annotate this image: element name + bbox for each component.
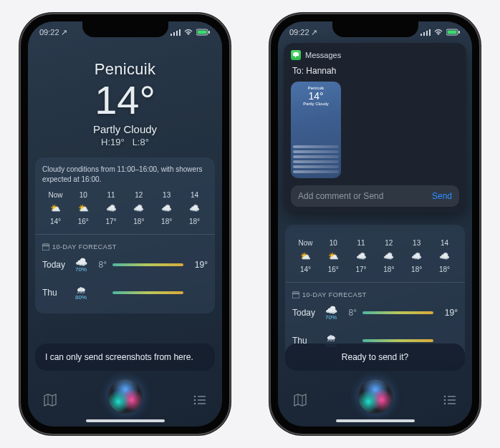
messages-to-field[interactable]: To: Hannah — [292, 66, 459, 76]
day-label: Thu — [42, 288, 72, 298]
home-indicator[interactable] — [86, 419, 165, 422]
precip-pct: 80% — [72, 294, 90, 301]
hour-temp: 18° — [181, 218, 208, 225]
hourly-row[interactable]: Now⛅14°10⛅16°11☁️17°12☁️18°13☁️18°14☁️18… — [42, 191, 208, 225]
svg-rect-2 — [176, 31, 178, 36]
comment-input[interactable]: Add comment or Send — [298, 191, 426, 201]
svg-rect-0 — [170, 34, 172, 36]
svg-rect-3 — [179, 29, 181, 36]
ten-day-label: 10-DAY FORECAST — [52, 243, 117, 250]
hour-cell: 13☁️18° — [153, 191, 180, 225]
svg-point-13 — [194, 403, 196, 405]
thumb-forecast-lines — [293, 143, 339, 175]
svg-rect-20 — [429, 29, 431, 36]
siri-orb-icon[interactable] — [108, 379, 143, 414]
day-weather-icon: ☁️70% — [322, 304, 340, 321]
list-icon[interactable] — [442, 392, 458, 408]
svg-rect-7 — [42, 244, 49, 250]
messages-compose-panel: Messages To: Hannah Penicuik 14° Partly … — [284, 43, 466, 213]
list-icon[interactable] — [192, 392, 208, 408]
svg-point-29 — [444, 399, 446, 401]
battery-icon — [196, 29, 211, 36]
weather-icon: ⛅ — [292, 251, 319, 261]
hour-temp: 14° — [292, 266, 319, 273]
hourly-row[interactable]: Now⛅14°10⛅16°11☁️17°12☁️18°13☁️18°14☁️18… — [292, 239, 458, 273]
hour-time: 14 — [431, 239, 458, 247]
hour-temp: 16° — [70, 218, 97, 225]
current-temperature: 14° — [28, 80, 222, 120]
wifi-icon — [433, 29, 443, 36]
hour-time: 11 — [348, 239, 375, 247]
weather-icon: ☁️ — [375, 251, 402, 261]
home-indicator[interactable] — [336, 419, 415, 422]
hour-time: 14 — [181, 191, 208, 199]
hour-time: 12 — [375, 239, 402, 247]
siri-orb-icon[interactable] — [358, 379, 393, 414]
siri-response-text: I can only send screenshots from here. — [45, 352, 193, 362]
day-label: Today — [292, 308, 322, 318]
map-icon[interactable] — [42, 392, 58, 408]
weather-icon: ☁️ — [98, 203, 125, 213]
thumb-temperature: 14° — [291, 90, 341, 102]
day-row[interactable]: Today☁️70%8°19° — [42, 250, 208, 278]
day-low: 8° — [340, 308, 357, 318]
hour-cell: 13☁️18° — [403, 239, 430, 273]
screenshot-attachment[interactable]: Penicuik 14° Partly Cloudy — [291, 82, 341, 178]
map-icon[interactable] — [292, 392, 308, 408]
day-row[interactable]: Today☁️70%8°19° — [292, 298, 458, 326]
hour-cell: 12☁️18° — [125, 191, 152, 225]
hourly-forecast-card[interactable]: Cloudy conditions from 11:00–16:00, with… — [35, 157, 215, 313]
notch — [82, 21, 168, 37]
hour-temp: 18° — [403, 266, 430, 273]
notch — [332, 21, 418, 37]
hour-cell: 10⛅16° — [70, 191, 97, 225]
svg-rect-5 — [198, 31, 207, 34]
temp-range-bar — [112, 263, 183, 266]
status-right — [420, 26, 461, 39]
weather-icon: ☁️ — [153, 203, 180, 213]
weather-icon: ☁️ — [431, 251, 458, 261]
svg-point-12 — [194, 399, 196, 401]
hour-cell: 11☁️17° — [348, 239, 375, 273]
location-arrow-icon: ↗ — [61, 28, 67, 37]
weather-icon: ⛅ — [320, 251, 347, 261]
hour-temp: 17° — [98, 218, 125, 225]
high-low: H:19° L:8° — [28, 137, 222, 147]
card-divider — [35, 234, 215, 235]
ten-day-label: 10-DAY FORECAST — [302, 291, 367, 298]
svg-point-30 — [444, 403, 446, 405]
weather-icon: ☁️ — [125, 203, 152, 213]
svg-rect-22 — [448, 31, 457, 34]
weather-icon: ☁️ — [181, 203, 208, 213]
siri-response-bubble: Ready to send it? — [285, 344, 465, 371]
hourly-forecast-card[interactable]: Now⛅14°10⛅16°11☁️17°12☁️18°13☁️18°14☁️18… — [285, 225, 465, 361]
day-rows[interactable]: Today☁️70%8°19°Thu🌧80% — [42, 250, 208, 306]
svg-rect-1 — [173, 32, 175, 36]
temp-range-bar — [362, 339, 433, 342]
send-button[interactable]: Send — [432, 191, 452, 201]
hour-cell: 14☁️18° — [181, 191, 208, 225]
svg-point-28 — [444, 396, 446, 398]
day-low: 8° — [90, 260, 107, 270]
calendar-icon — [292, 291, 299, 298]
svg-rect-6 — [208, 31, 210, 34]
phone-right: 09:22 ↗ Messages To: Hannah — [269, 13, 481, 435]
calendar-icon — [42, 243, 49, 250]
svg-rect-23 — [458, 31, 460, 34]
hour-cell: 14☁️18° — [431, 239, 458, 273]
screen: 09:22 ↗ Messages To: Hannah — [278, 21, 472, 427]
hour-temp: 18° — [153, 218, 180, 225]
wifi-icon — [183, 29, 193, 36]
forecast-summary: Cloudy conditions from 11:00–16:00, with… — [42, 165, 208, 184]
day-high: 19° — [439, 308, 458, 318]
phone-left: 09:22 ↗ Penicuik 14° Partly Cloudy H:19° — [19, 13, 231, 435]
weather-header: Penicuik 14° Partly Cloudy H:19° L:8° — [28, 39, 222, 147]
hour-temp: 18° — [375, 266, 402, 273]
hour-cell: 12☁️18° — [375, 239, 402, 273]
siri-response-text: Ready to send it? — [342, 352, 408, 362]
day-row[interactable]: Thu🌧80% — [42, 278, 208, 306]
thumb-condition: Partly Cloudy — [291, 102, 341, 106]
hour-cell: Now⛅14° — [42, 191, 69, 225]
day-label: Today — [42, 260, 72, 270]
siri-response-bubble: I can only send screenshots from here. — [35, 344, 215, 371]
